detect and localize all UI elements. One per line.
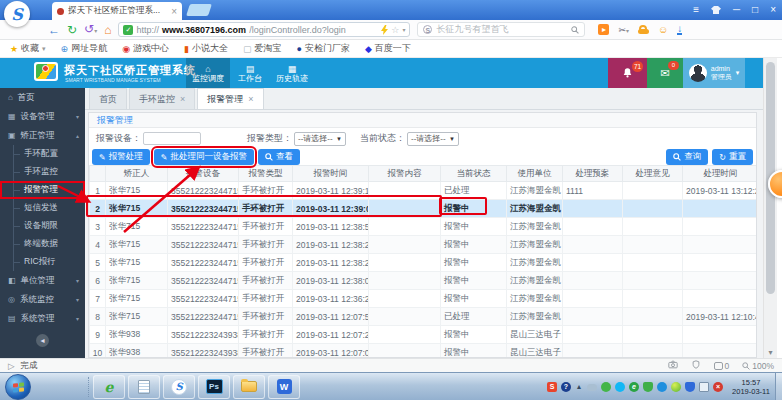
- close-icon[interactable]: ×: [248, 94, 253, 104]
- chevron-down-icon[interactable]: ▾: [402, 26, 405, 33]
- tab-close-icon[interactable]: ×: [171, 6, 177, 17]
- table-row[interactable]: 3张华715355212223244715手环被打开2019-03-11 12:…: [90, 218, 758, 236]
- scissors-icon[interactable]: ✂▾: [618, 25, 629, 35]
- show-desktop-button[interactable]: [775, 373, 782, 400]
- sidebar-group[interactable]: ▤系统管理▾: [0, 309, 85, 328]
- close-icon[interactable]: ×: [180, 94, 185, 104]
- sidebar-group[interactable]: ▦设备管理▾: [0, 107, 85, 126]
- sogou-browser-button[interactable]: [163, 375, 195, 399]
- current-status-select[interactable]: --请选择--▼: [407, 132, 459, 146]
- minimize-button[interactable]: ─: [733, 0, 740, 20]
- workspace-tab[interactable]: 报警管理×: [197, 88, 263, 109]
- sidebar-item[interactable]: 手环监控: [0, 163, 85, 181]
- browser-icon[interactable]: [629, 382, 639, 392]
- view-button[interactable]: 查看: [258, 149, 300, 165]
- bookmark-item[interactable]: ◆百度一下: [365, 42, 411, 55]
- table-row[interactable]: 2张华715355212223244715手环被打开2019-03-11 12:…: [90, 200, 758, 218]
- switch-mode-icon[interactable]: ▸: [598, 24, 609, 35]
- 360-ball-icon[interactable]: [671, 382, 681, 392]
- batch-handle-button[interactable]: ✎批处理同一设备报警: [154, 149, 254, 165]
- swirl-icon[interactable]: [657, 382, 667, 392]
- alarm-device-input[interactable]: [143, 132, 201, 145]
- sogou-logo[interactable]: S: [4, 1, 30, 27]
- bookmark-item[interactable]: ⊕网址导航: [61, 42, 108, 55]
- sidebar-item[interactable]: 手环配置: [0, 145, 85, 163]
- table-row[interactable]: 7张华715355212223244715手环被打开2019-03-11 12:…: [90, 290, 758, 308]
- bookmark-item[interactable]: ▮小说大全: [184, 42, 228, 55]
- app-nav-item[interactable]: ▤工作台: [230, 58, 270, 88]
- reset-button[interactable]: ↻重置: [712, 149, 753, 165]
- sidebar-collapse-button[interactable]: ◂: [36, 334, 49, 347]
- ie-browser-button[interactable]: [93, 375, 125, 399]
- sidebar-group[interactable]: ▣矫正管理▴: [0, 126, 85, 145]
- start-button[interactable]: [5, 374, 31, 400]
- refresh-icon[interactable]: ↻: [67, 24, 77, 36]
- lightning-icon[interactable]: [381, 25, 388, 35]
- sidebar-group[interactable]: ◧单位管理▾: [0, 271, 85, 290]
- browser-tab[interactable]: 探天下社区矫正管理系... ×: [52, 2, 182, 20]
- photoshop-button[interactable]: [198, 375, 230, 399]
- scroll-down-icon[interactable]: ▾: [764, 348, 777, 357]
- menu-icon[interactable]: ≡: [693, 0, 699, 20]
- table-row[interactable]: 6张华715355212223244715手环被打开2019-03-11 12:…: [90, 272, 758, 290]
- qq-icon[interactable]: [615, 382, 625, 392]
- sidebar-item[interactable]: 设备期限: [0, 217, 85, 235]
- file-explorer-button[interactable]: [233, 375, 265, 399]
- page-scrollbar[interactable]: ▾: [763, 58, 777, 358]
- hidden-icons-caret[interactable]: [575, 382, 583, 392]
- workspace-tab[interactable]: 手环监控×: [129, 88, 195, 109]
- app-nav-item[interactable]: ▦历史轨迹: [270, 58, 314, 88]
- wps-button[interactable]: [268, 375, 300, 399]
- sogou-pinyin-icon[interactable]: [547, 382, 557, 392]
- sidebar-item-home[interactable]: ⌂首页: [0, 88, 85, 107]
- help-icon[interactable]: [561, 382, 571, 392]
- zoom-level[interactable]: 100%: [742, 361, 774, 371]
- network-icon[interactable]: [699, 382, 709, 392]
- handle-alarm-button[interactable]: ✎报警处理: [92, 149, 150, 165]
- table-row[interactable]: 9张华938355212223243938手环被打开2019-03-11 12:…: [90, 326, 758, 344]
- speed-mode-icon[interactable]: ▷: [8, 361, 15, 371]
- table-row[interactable]: 8张华715355212223244715手环被打开2019-03-11 12:…: [90, 308, 758, 326]
- search-box[interactable]: S 长征九号有望首飞: [417, 22, 585, 37]
- messages-button[interactable]: ✉ 0: [647, 58, 683, 88]
- maximize-button[interactable]: □: [752, 0, 758, 20]
- shield-blue-icon[interactable]: [685, 382, 695, 392]
- site-safety-icon[interactable]: ✓: [123, 25, 133, 35]
- sidebar-item[interactable]: 报警管理: [0, 181, 85, 199]
- sidebar-item[interactable]: 短信发送: [0, 199, 85, 217]
- app-nav-item[interactable]: ⌂监控调度: [186, 58, 230, 88]
- sidebar-group[interactable]: ◎系统监控▾: [0, 290, 85, 309]
- table-row[interactable]: 10张华938355212223243938手环被打开2019-03-11 12…: [90, 344, 758, 359]
- workspace-tab[interactable]: 首页: [89, 88, 127, 109]
- key-icon[interactable]: [638, 29, 649, 34]
- skin-icon[interactable]: [711, 6, 721, 14]
- volume-muted-icon[interactable]: [713, 382, 723, 392]
- home-icon[interactable]: ⌂: [104, 24, 111, 36]
- security-shield-icon[interactable]: [691, 360, 701, 371]
- redo-icon[interactable]: ↺▾: [84, 23, 97, 37]
- bookmark-item[interactable]: ●安检门厂家: [296, 42, 349, 55]
- table-row[interactable]: 4张华715355212223244715手环被打开2019-03-11 12:…: [90, 236, 758, 254]
- table-row[interactable]: 1张华715355212223244715手环被打开2019-03-11 12:…: [90, 182, 758, 200]
- back-icon[interactable]: ←: [48, 24, 60, 36]
- search-icon[interactable]: [571, 26, 579, 34]
- screenshot-icon[interactable]: [668, 360, 678, 371]
- bookmark-item[interactable]: ★收藏▾: [10, 42, 46, 55]
- taskbar-clock[interactable]: 15:57 2019-03-11: [727, 378, 775, 396]
- notifications-button[interactable]: 71: [608, 58, 647, 88]
- notepad-button[interactable]: [128, 375, 160, 399]
- close-button[interactable]: ×: [770, 0, 776, 20]
- download-icon[interactable]: ↓: [677, 24, 682, 35]
- sidebar-item[interactable]: 终端数据: [0, 235, 85, 253]
- shield-green-icon[interactable]: [643, 382, 653, 392]
- table-row[interactable]: 5张华715355212223244715手环被打开2019-03-11 12:…: [90, 254, 758, 272]
- favorite-star-icon[interactable]: ☆: [391, 25, 399, 35]
- new-tab-button[interactable]: [186, 4, 212, 16]
- bookmark-item[interactable]: ◉游戏中心: [122, 42, 169, 55]
- user-menu[interactable]: admin 管理员 ▾: [683, 58, 745, 88]
- message-count[interactable]: 0: [714, 361, 730, 371]
- cloud-icon[interactable]: [587, 384, 597, 391]
- smiley-icon[interactable]: ☺: [658, 24, 668, 35]
- address-bar[interactable]: ✓ http://www.36807196.com/loginControlle…: [118, 22, 410, 37]
- query-button[interactable]: 查询: [666, 149, 708, 165]
